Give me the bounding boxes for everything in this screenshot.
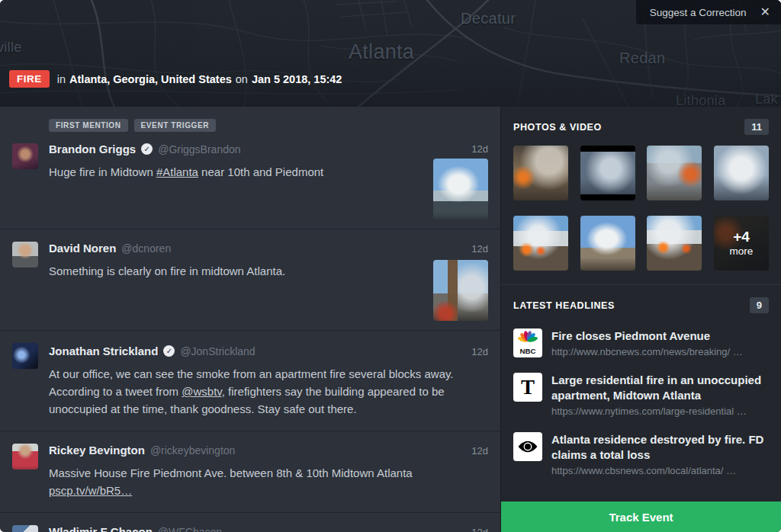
- tweet-badge: FIRST MENTION: [49, 119, 128, 132]
- photos-count-badge: 11: [744, 119, 769, 135]
- tweet-author-handle[interactable]: @JonStrickland: [180, 345, 255, 357]
- tweet-row[interactable]: David Noren@dcnoren12dSomething is clear…: [0, 229, 500, 330]
- headline-title[interactable]: Atlanta residence destroyed by fire. FD …: [551, 432, 769, 463]
- event-banner: FIRE in Atlanta, Georgia, United States …: [0, 70, 781, 88]
- headline-item[interactable]: NBCFire closes Piedmont Avenuehttp://www…: [513, 328, 769, 357]
- headline-body: Fire closes Piedmont Avenuehttp://www.nb…: [551, 328, 743, 357]
- latest-headlines-header: LATEST HEADLINES 9: [513, 297, 769, 313]
- nbc-logo-icon: NBC: [513, 328, 542, 357]
- headline-url[interactable]: https://www.cbsnews.com/local/atlanta/ …: [551, 465, 756, 476]
- headline-item[interactable]: Atlanta residence destroyed by fire. FD …: [513, 432, 769, 476]
- event-datetime: Jan 5 2018, 15:42: [252, 73, 342, 85]
- photo-tile-street-firetruck[interactable]: [647, 146, 702, 200]
- photo-tile-video-smoke[interactable]: [580, 146, 635, 200]
- headline-list: NBCFire closes Piedmont Avenuehttp://www…: [513, 328, 769, 476]
- tweet-author-handle[interactable]: @WFChacon: [158, 526, 222, 532]
- tweet-row[interactable]: Wladimir F Chacon@WFChacon12d: [0, 512, 500, 532]
- more-photos-count: +4: [733, 229, 750, 245]
- tweet-badge: EVENT TRIGGER: [134, 119, 216, 132]
- tweet-text: At our office, we can see the smoke from…: [49, 366, 464, 418]
- map-label-decatur: Decatur: [461, 10, 516, 27]
- photo-grid: +4more: [513, 146, 769, 271]
- tweet-author-name[interactable]: Wladimir F Chacon: [49, 525, 153, 532]
- tweet-link[interactable]: @wsbtv: [182, 385, 221, 398]
- tweet-timestamp: 12d: [471, 243, 488, 255]
- photo-tile-buildings-fire-2[interactable]: [647, 216, 702, 271]
- avatar[interactable]: [12, 343, 38, 369]
- more-photos-overlay: +4more: [714, 216, 769, 271]
- tweet-author-name[interactable]: Brandon Griggs: [49, 143, 136, 155]
- avatar[interactable]: [12, 444, 38, 470]
- tweet-header: Brandon Griggs✓@GriggsBrandon: [49, 143, 424, 155]
- photos-video-header: PHOTOS & VIDEO 11: [513, 119, 769, 135]
- headline-body: Large residential fire in an unoccupied …: [551, 373, 769, 417]
- suggest-correction-bar: Suggest a Correction ✕: [636, 0, 781, 24]
- tweet-author-name[interactable]: David Noren: [49, 242, 116, 255]
- tweet-timestamp: 12d: [471, 445, 488, 457]
- latest-headlines-title: LATEST HEADLINES: [513, 300, 615, 311]
- event-banner-prefix: in: [57, 73, 66, 85]
- tweet-author-handle[interactable]: @GriggsBrandon: [158, 143, 240, 155]
- headlines-count-badge: 9: [750, 297, 769, 313]
- photo-tile-buildings-fire[interactable]: [513, 216, 568, 271]
- tweet-row[interactable]: Jonathan Strickland✓@JonStrickland12dAt …: [0, 330, 500, 431]
- avatar[interactable]: [12, 143, 38, 169]
- map-header: villeDecaturAtlantaRedanLithoniaLak Sugg…: [0, 0, 781, 107]
- event-detail-modal: villeDecaturAtlantaRedanLithoniaLak Sugg…: [0, 0, 781, 532]
- svg-text:NBC: NBC: [519, 347, 535, 355]
- tweet-text-segment: Huge fire in Midtown: [49, 165, 156, 178]
- tweet-text-segment: near 10th and Piedmont: [198, 165, 323, 178]
- avatar[interactable]: [12, 525, 38, 532]
- tweet-timestamp: 12d: [471, 346, 488, 357]
- verified-badge-icon: ✓: [163, 345, 175, 357]
- tweet-text: Something is clearly on fire in midtown …: [49, 263, 424, 280]
- tweet-author-handle[interactable]: @dcnoren: [121, 242, 171, 255]
- photo-tile-smoke-cloud[interactable]: [714, 146, 769, 200]
- photo-tile-smoke-plume-sky[interactable]: [580, 216, 635, 271]
- tweet-author-name[interactable]: Jonathan Strickland: [49, 345, 158, 357]
- track-event-button[interactable]: Track Event: [501, 502, 781, 532]
- tweet-list: FIRST MENTIONEVENT TRIGGERBrandon Griggs…: [0, 107, 500, 532]
- headline-title[interactable]: Large residential fire in an unoccupied …: [551, 373, 769, 403]
- tweet-text: Huge fire in Midtown #Atlanta near 10th …: [49, 164, 424, 181]
- more-photos-label: more: [730, 245, 754, 258]
- headline-item[interactable]: TLarge residential fire in an unoccupied…: [513, 373, 769, 417]
- media-panel: PHOTOS & VIDEO 11 +4more LATEST HEADLINE…: [500, 107, 781, 532]
- headline-title[interactable]: Fire closes Piedmont Avenue: [551, 328, 743, 344]
- main-content: FIRST MENTIONEVENT TRIGGERBrandon Griggs…: [0, 107, 781, 532]
- tweet-author-handle[interactable]: @rickeybevington: [150, 444, 236, 457]
- tweet-header: Wladimir F Chacon@WFChacon: [49, 525, 424, 532]
- tweet-text-segment: Something is clearly on fire in midtown …: [49, 264, 285, 277]
- tweet-author-name[interactable]: Rickey Bevington: [49, 444, 145, 457]
- map-label-lithonia: Lithonia: [676, 93, 725, 107]
- avatar[interactable]: [12, 242, 38, 268]
- tweet-row[interactable]: Rickey Bevington@rickeybevington12dMassi…: [0, 431, 500, 512]
- map-label-atlanta: Atlanta: [349, 40, 414, 64]
- tweet-media-thumbnail[interactable]: [433, 260, 488, 321]
- event-type-badge: FIRE: [9, 70, 50, 88]
- suggest-correction-button[interactable]: Suggest a Correction: [650, 7, 747, 18]
- map-label-redan: Redan: [619, 50, 665, 67]
- tweet-timestamp: 12d: [471, 527, 488, 532]
- tweet-row[interactable]: FIRST MENTIONEVENT TRIGGERBrandon Griggs…: [0, 107, 500, 229]
- tweet-header: David Noren@dcnoren: [49, 242, 424, 255]
- verified-badge-icon: ✓: [141, 143, 153, 155]
- tweet-media-thumbnail[interactable]: [433, 159, 488, 220]
- headline-url[interactable]: https://www.nytimes.com/large-residentia…: [551, 405, 756, 417]
- map-label-ville: ville: [0, 40, 22, 56]
- photo-tile-more-overlay[interactable]: +4more: [714, 216, 769, 271]
- headline-body: Atlanta residence destroyed by fire. FD …: [551, 432, 769, 476]
- nyt-letter: T: [521, 377, 535, 398]
- event-banner-connector: on: [236, 73, 248, 85]
- panel-divider: [501, 284, 781, 285]
- tweet-link[interactable]: pscp.tv/w/bR5…: [49, 484, 132, 497]
- cbs-logo-icon: [513, 432, 542, 461]
- headline-url[interactable]: http://www.nbcnews.com/news/breaking/ …: [551, 346, 743, 357]
- tweet-header: Jonathan Strickland✓@JonStrickland: [49, 345, 464, 357]
- photo-tile-burning-buildings[interactable]: [513, 146, 568, 200]
- event-location: Atlanta, Georgia, United States: [69, 73, 232, 85]
- close-icon[interactable]: ✕: [760, 6, 770, 18]
- tweet-link[interactable]: #Atlanta: [156, 165, 198, 178]
- tweet-text-segment: Massive House Fire Piedmont Ave. between…: [49, 466, 413, 479]
- map-label-lak: Lak: [755, 91, 778, 107]
